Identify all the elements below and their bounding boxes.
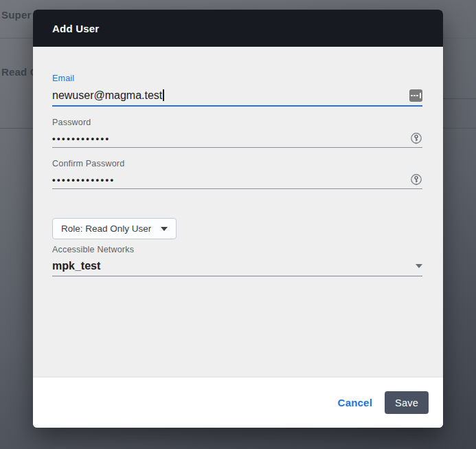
email-field-group: Email newuser@magma.test — [52, 74, 422, 107]
networks-value: mpk_test — [52, 259, 100, 273]
password-key-icon[interactable] — [410, 173, 422, 186]
dialog-footer: Cancel Save — [33, 377, 443, 428]
password-key-icon[interactable] — [410, 132, 422, 145]
networks-label: Accessible Networks — [52, 245, 422, 254]
dialog-body: Email newuser@magma.test Password ••••••… — [33, 47, 443, 377]
networks-dropdown[interactable]: mpk_test — [52, 259, 422, 276]
dialog-title: Add User — [52, 23, 99, 34]
dialog-header: Add User — [33, 10, 443, 47]
add-user-dialog: Add User Email newuser@magma.test Passwo… — [33, 10, 443, 428]
confirm-password-label: Confirm Password — [52, 159, 422, 168]
email-label: Email — [52, 74, 422, 83]
confirm-password-masked-value: ••••••••••••• — [52, 174, 115, 186]
email-input[interactable]: newuser@magma.test — [52, 88, 422, 107]
text-cursor — [163, 89, 164, 101]
autofill-icon[interactable] — [409, 89, 422, 102]
save-button[interactable]: Save — [385, 391, 429, 414]
password-input[interactable]: •••••••••••• — [52, 132, 422, 148]
password-masked-value: •••••••••••• — [52, 133, 111, 145]
networks-field-group: Accessible Networks mpk_test — [52, 245, 422, 276]
background-divider — [443, 98, 476, 99]
confirm-password-field-group: Confirm Password ••••••••••••• — [52, 159, 422, 189]
chevron-down-icon — [161, 227, 168, 231]
password-label: Password — [52, 118, 422, 127]
email-value: newuser@magma.test — [52, 88, 164, 103]
cancel-button[interactable]: Cancel — [331, 391, 379, 414]
role-dropdown[interactable]: Role: Read Only User — [52, 218, 177, 239]
chevron-down-icon — [416, 264, 422, 268]
password-field-group: Password •••••••••••• — [52, 118, 422, 148]
confirm-password-input[interactable]: ••••••••••••• — [52, 173, 422, 189]
role-dropdown-value: Role: Read Only User — [61, 223, 151, 234]
